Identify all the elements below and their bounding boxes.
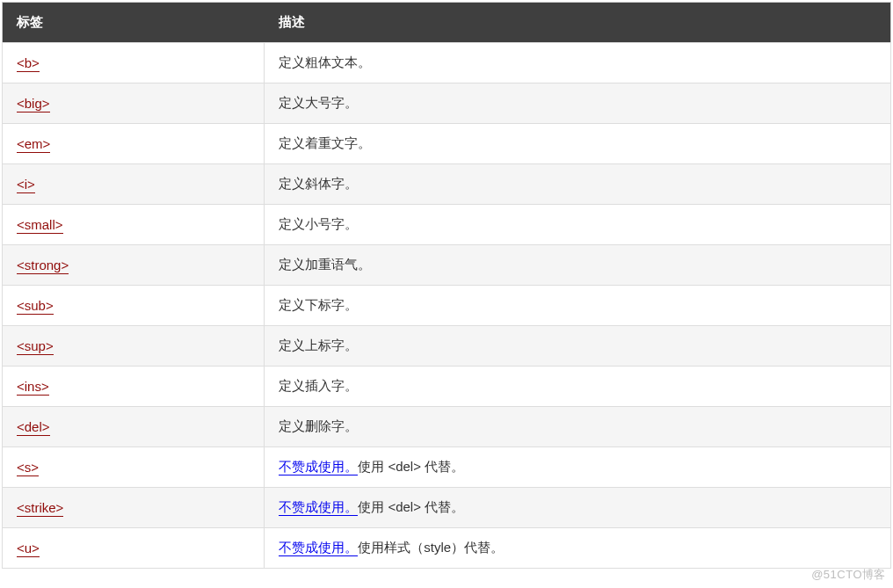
- tag-link[interactable]: <ins>: [17, 379, 49, 396]
- tag-cell: <i>: [3, 164, 265, 205]
- tag-link[interactable]: <sub>: [17, 298, 54, 315]
- tag-link[interactable]: <u>: [17, 541, 40, 557]
- header-description: 描述: [265, 3, 891, 43]
- table-header-row: 标签 描述: [3, 3, 891, 43]
- description-cell: 定义下标字。: [265, 286, 891, 326]
- tag-cell: <em>: [3, 124, 265, 164]
- description-cell: 定义小号字。: [265, 205, 891, 245]
- table-row: <sup>定义上标字。: [3, 326, 891, 367]
- table-row: <strike>不赞成使用。使用 <del> 代替。: [3, 488, 891, 528]
- deprecated-link[interactable]: 不赞成使用。: [279, 540, 358, 556]
- tag-link[interactable]: <del>: [17, 419, 50, 436]
- tag-link[interactable]: <i>: [17, 177, 35, 193]
- description-cell: 定义粗体文本。: [265, 43, 891, 83]
- description-text: 定义插入字。: [279, 378, 358, 393]
- tag-cell: <u>: [3, 528, 265, 569]
- description-cell: 定义大号字。: [265, 83, 891, 124]
- description-cell: 定义加重语气。: [265, 245, 891, 286]
- tag-link[interactable]: <strike>: [17, 500, 63, 517]
- tag-link[interactable]: <strong>: [17, 258, 69, 274]
- description-text: 定义着重文字。: [279, 135, 371, 150]
- tag-cell: <b>: [3, 43, 265, 83]
- table-row: <s>不赞成使用。使用 <del> 代替。: [3, 447, 891, 488]
- table-row: <b>定义粗体文本。: [3, 43, 891, 83]
- tag-cell: <del>: [3, 407, 265, 447]
- table-row: <u>不赞成使用。使用样式（style）代替。: [3, 528, 891, 569]
- deprecated-link[interactable]: 不赞成使用。: [279, 499, 358, 516]
- tag-cell: <big>: [3, 83, 265, 124]
- table-row: <em>定义着重文字。: [3, 124, 891, 164]
- description-text: 定义加重语气。: [279, 257, 371, 272]
- deprecated-link[interactable]: 不赞成使用。: [279, 459, 358, 475]
- description-cell: 不赞成使用。使用 <del> 代替。: [265, 488, 891, 528]
- description-text: 定义斜体字。: [279, 176, 358, 191]
- description-cell: 定义斜体字。: [265, 164, 891, 205]
- tag-link[interactable]: <big>: [17, 96, 50, 113]
- tag-cell: <strike>: [3, 488, 265, 528]
- description-text: 定义大号字。: [279, 95, 358, 110]
- html-tags-table: 标签 描述 <b>定义粗体文本。<big>定义大号字。<em>定义着重文字。<i…: [2, 2, 891, 569]
- description-text: 使用 <del> 代替。: [358, 499, 464, 514]
- description-text: 定义上标字。: [279, 338, 358, 352]
- tag-cell: <sup>: [3, 326, 265, 367]
- table-row: <big>定义大号字。: [3, 83, 891, 124]
- description-text: 定义下标字。: [279, 297, 358, 312]
- description-cell: 不赞成使用。使用样式（style）代替。: [265, 528, 891, 569]
- description-cell: 定义删除字。: [265, 407, 891, 447]
- tag-link[interactable]: <sup>: [17, 338, 54, 355]
- tag-link[interactable]: <em>: [17, 136, 50, 153]
- tag-cell: <s>: [3, 447, 265, 488]
- table-row: <i>定义斜体字。: [3, 164, 891, 205]
- description-cell: 不赞成使用。使用 <del> 代替。: [265, 447, 891, 488]
- tag-cell: <ins>: [3, 367, 265, 407]
- tag-cell: <strong>: [3, 245, 265, 286]
- description-text: 定义小号字。: [279, 216, 358, 231]
- tag-cell: <sub>: [3, 286, 265, 326]
- tag-link[interactable]: <b>: [17, 55, 40, 72]
- tag-link[interactable]: <s>: [17, 460, 39, 476]
- table-row: <del>定义删除字。: [3, 407, 891, 447]
- table-row: <ins>定义插入字。: [3, 367, 891, 407]
- description-text: 使用 <del> 代替。: [358, 459, 464, 474]
- table-row: <strong>定义加重语气。: [3, 245, 891, 286]
- description-text: 定义删除字。: [279, 418, 358, 433]
- tag-cell: <small>: [3, 205, 265, 245]
- description-text: 使用样式（style）代替。: [358, 540, 504, 555]
- description-cell: 定义插入字。: [265, 367, 891, 407]
- tag-link[interactable]: <small>: [17, 217, 63, 234]
- table-row: <small>定义小号字。: [3, 205, 891, 245]
- description-cell: 定义着重文字。: [265, 124, 891, 164]
- description-text: 定义粗体文本。: [279, 54, 371, 69]
- header-tag: 标签: [3, 3, 265, 43]
- description-cell: 定义上标字。: [265, 326, 891, 367]
- table-row: <sub>定义下标字。: [3, 286, 891, 326]
